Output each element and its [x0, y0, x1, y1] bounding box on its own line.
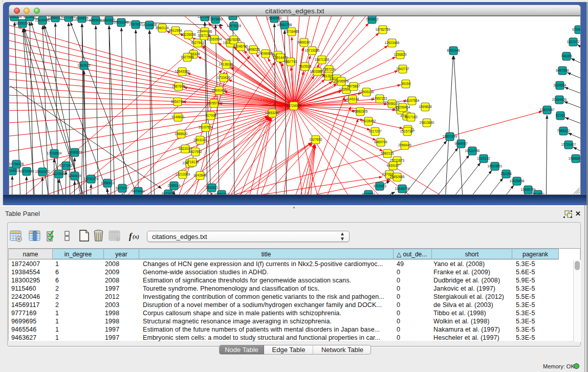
svg-text:(x): (x) — [133, 233, 139, 240]
